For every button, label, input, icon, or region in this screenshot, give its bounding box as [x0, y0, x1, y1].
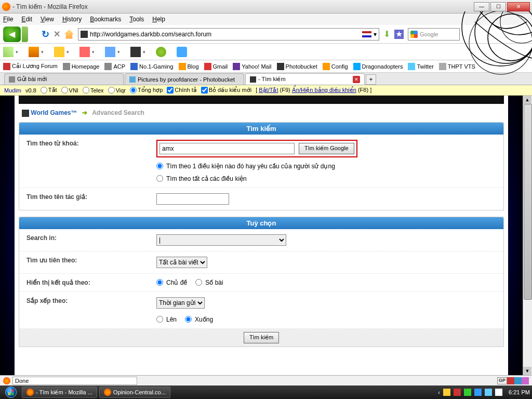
- content-area: World Games™ ➔ Advanced Search Tìm kiếm …: [0, 96, 523, 375]
- options-panel: Tuỳ chọn Search in: | Tìm ưu tiên theo: …: [19, 217, 504, 347]
- menu-bookmarks[interactable]: Bookmarks: [90, 16, 121, 23]
- tab-active[interactable]: - Tìm kiếm✕: [245, 73, 365, 85]
- site-favicon: [81, 31, 88, 38]
- toolbar-icon-6[interactable]: [130, 47, 141, 57]
- tray-expand-icon[interactable]: ‹: [438, 389, 440, 395]
- priority-select[interactable]: Tất cả bài viết: [156, 257, 207, 268]
- minimize-button[interactable]: —: [474, 2, 489, 11]
- tray-icon[interactable]: [454, 389, 461, 396]
- menu-history[interactable]: History: [62, 16, 82, 23]
- mudim-opt-viqr[interactable]: Viqr: [108, 87, 126, 94]
- mudim-toggle-link[interactable]: Bật/Tắt: [259, 87, 278, 93]
- cond-all-radio[interactable]: Tìm theo tất cả các điều kiện: [156, 175, 496, 182]
- mudim-chk-chinhta[interactable]: Chính tả: [167, 87, 196, 94]
- cond-any-radio[interactable]: Tìm theo 1 điều kiện nào đó hay yêu cầu …: [156, 163, 496, 170]
- sort-label: Sắp xếp theo:: [26, 297, 156, 323]
- bookmark-item[interactable]: Photobucket: [277, 63, 317, 70]
- reload-button[interactable]: ↻: [42, 29, 49, 40]
- bookmark-icon: [130, 63, 138, 70]
- clock[interactable]: 6:21 PM: [509, 389, 530, 395]
- stop-button[interactable]: ✕: [54, 29, 60, 39]
- tab[interactable]: Gửi bài mới: [4, 73, 124, 85]
- bookmark-icon: [353, 63, 361, 70]
- start-button[interactable]: [2, 385, 20, 399]
- back-button[interactable]: ◀: [3, 26, 21, 42]
- bookmark-item[interactable]: Blog: [179, 63, 199, 70]
- bookmark-item[interactable]: Yahoo! Mail: [233, 63, 271, 70]
- tray-icon[interactable]: [474, 389, 482, 396]
- mudim-panel-link[interactable]: Ẩn/Hiện bảng điều khiển: [292, 87, 356, 93]
- taskbar: - Tìm kiếm - Mozilla ... Opinion-Central…: [0, 385, 532, 399]
- toolbar-icon-5[interactable]: [105, 47, 115, 57]
- taskbar-item[interactable]: - Tìm kiếm - Mozilla ...: [22, 387, 97, 398]
- maximize-button[interactable]: ☐: [490, 2, 506, 11]
- toolbar-icon-7[interactable]: [156, 47, 166, 57]
- download-icon[interactable]: ⬇: [383, 29, 390, 39]
- scroll-up-icon[interactable]: ▲: [523, 96, 531, 104]
- mudim-opt-tonghop[interactable]: Tổng hợp: [130, 87, 163, 94]
- searchin-select[interactable]: |: [156, 234, 286, 246]
- scroll-down-icon[interactable]: ▼: [523, 367, 531, 375]
- tab-favicon: [250, 76, 256, 83]
- bookmark-item[interactable]: Twitter: [408, 63, 433, 70]
- search-box[interactable]: Google: [408, 28, 460, 41]
- keyword-input[interactable]: [159, 143, 295, 154]
- site-link[interactable]: World Games™: [31, 109, 77, 116]
- toolbar-icon-8[interactable]: [177, 47, 187, 57]
- menubar: File Edit View History Bookmarks Tools H…: [0, 14, 532, 25]
- display-topic-radio[interactable]: Chủ đề: [156, 279, 187, 286]
- url-bar[interactable]: http://worldgames.darkbb.com/search.foru…: [78, 28, 379, 41]
- sort-asc-radio[interactable]: Lên: [156, 316, 177, 323]
- menu-file[interactable]: File: [3, 16, 13, 23]
- mudim-opt-telex[interactable]: Telex: [83, 87, 104, 94]
- tray-icon[interactable]: [443, 389, 450, 396]
- home-button[interactable]: [64, 30, 74, 39]
- taskbar-item[interactable]: Opinion-Central.co...: [99, 387, 170, 398]
- author-input[interactable]: [156, 193, 229, 205]
- status-bar: Done GP: [0, 375, 532, 385]
- status-icon[interactable]: [514, 377, 522, 384]
- toolbar-icon-3[interactable]: [54, 47, 64, 57]
- bookmark-item[interactable]: Cải Lương Forum: [3, 63, 58, 70]
- menu-tools[interactable]: Tools: [129, 16, 144, 23]
- google-search-button[interactable]: Tìm kiếm Google: [299, 143, 354, 154]
- mudim-opt-vni[interactable]: VNI: [61, 87, 78, 94]
- bookmark-item[interactable]: ACP: [104, 63, 125, 70]
- close-button[interactable]: ✕: [507, 2, 530, 11]
- toolbar-icon-1[interactable]: [3, 47, 14, 57]
- bookmark-star-icon[interactable]: ★: [394, 30, 404, 39]
- bookmark-item[interactable]: Homepage: [63, 63, 100, 70]
- submit-button[interactable]: Tìm kiếm: [244, 332, 279, 343]
- sort-select[interactable]: Thời gian gửi: [156, 297, 205, 309]
- bookmarks-bar: Cải Lương Forum Homepage ACP No.1-Gaming…: [0, 60, 532, 73]
- tray-icon[interactable]: [464, 389, 471, 396]
- status-icon[interactable]: [507, 377, 514, 384]
- bookmark-icon: [439, 63, 446, 70]
- url-dropdown-icon[interactable]: ▾: [374, 31, 377, 38]
- menu-view[interactable]: View: [41, 16, 54, 23]
- sort-desc-radio[interactable]: Xuống: [185, 316, 213, 323]
- tray-icon[interactable]: [485, 389, 492, 396]
- menu-edit[interactable]: Edit: [21, 16, 32, 23]
- status-icon[interactable]: [522, 377, 529, 384]
- new-tab-button[interactable]: +: [366, 74, 376, 85]
- status-gp-icon[interactable]: GP: [497, 377, 507, 384]
- tab[interactable]: Pictures by proofdancer - Photobucket: [125, 73, 244, 85]
- mudim-chk-bodau[interactable]: Bỏ dấu kiểu mới: [201, 87, 251, 94]
- display-count-radio[interactable]: Số bài: [195, 279, 223, 286]
- vertical-scrollbar[interactable]: ▲ ▼: [523, 96, 532, 375]
- priority-label: Tìm ưu tiên theo:: [26, 257, 156, 268]
- tab-close-icon[interactable]: ✕: [353, 76, 360, 83]
- bookmark-item[interactable]: THPT VTS: [439, 63, 475, 70]
- bookmark-item[interactable]: Dragonadopters: [353, 63, 403, 70]
- bookmark-item[interactable]: No.1-Gaming: [130, 63, 173, 70]
- toolbar-icon-4[interactable]: [79, 47, 90, 57]
- tray-icon[interactable]: [495, 389, 502, 396]
- toolbar-icon-2[interactable]: [29, 47, 39, 57]
- bookmark-item[interactable]: Gmail: [204, 63, 228, 70]
- scroll-thumb[interactable]: [524, 104, 532, 300]
- bookmark-item[interactable]: Config: [323, 63, 348, 70]
- mudim-opt-tat[interactable]: Tắt: [41, 87, 57, 94]
- back-dropdown[interactable]: [22, 26, 28, 42]
- menu-help[interactable]: Help: [152, 16, 165, 23]
